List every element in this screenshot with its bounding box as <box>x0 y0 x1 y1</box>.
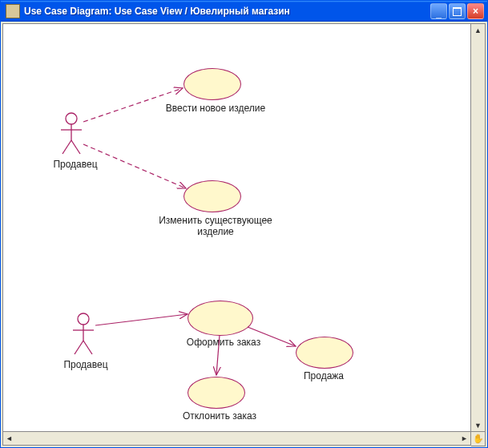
close-button[interactable]: × <box>467 3 484 19</box>
svg-point-0 <box>66 113 77 124</box>
window-buttons: _ × <box>430 3 484 19</box>
maximize-icon <box>453 7 462 16</box>
usecase-edit-item-label: Изменить существующее изделие <box>147 215 284 238</box>
titlebar[interactable]: Use Case Diagram: Use Case View / Ювелир… <box>1 1 487 22</box>
scroll-up-icon[interactable]: ▲ <box>472 24 484 36</box>
svg-line-4 <box>71 140 80 154</box>
usecase-edit-item[interactable] <box>184 180 241 212</box>
usecase-order-label: Оформить заказ <box>175 337 272 348</box>
maximize-button[interactable] <box>449 3 466 19</box>
svg-line-12 <box>95 314 188 325</box>
pan-hand-icon[interactable]: ✋ <box>471 432 486 446</box>
window-title: Use Case Diagram: Use Case View / Ювелир… <box>24 6 430 17</box>
minimize-button[interactable]: _ <box>430 3 447 19</box>
scroll-right-icon[interactable]: ► <box>458 433 470 445</box>
actor-seller-top[interactable] <box>59 112 83 156</box>
svg-line-3 <box>63 140 71 154</box>
usecase-order[interactable] <box>188 301 253 336</box>
scroll-down-icon[interactable]: ▼ <box>472 419 484 431</box>
actor-seller-bottom-label: Продавец <box>58 359 114 370</box>
actor-seller-top-label: Продавец <box>47 159 103 170</box>
actor-seller-bottom[interactable] <box>71 313 95 357</box>
app-window: Use Case Diagram: Use Case View / Ювелир… <box>0 0 488 448</box>
diagram-canvas[interactable]: Продавец Ввести новое изделие Изменить с… <box>2 23 471 432</box>
client-area: Продавец Ввести новое изделие Изменить с… <box>1 22 487 447</box>
horizontal-scrollbar[interactable]: ◄ ► <box>2 432 471 446</box>
usecase-sale-label: Продажа <box>292 370 356 381</box>
vertical-scrollbar[interactable]: ▲ ▼ <box>471 23 486 432</box>
svg-line-9 <box>83 341 92 354</box>
svg-line-8 <box>75 341 83 354</box>
usecase-new-item-label: Ввести новое изделие <box>155 103 276 114</box>
usecase-reject-label: Отклонить заказ <box>171 410 268 422</box>
usecase-new-item[interactable] <box>184 68 241 100</box>
usecase-sale[interactable] <box>296 337 353 369</box>
app-icon <box>6 4 20 18</box>
svg-point-5 <box>78 313 89 325</box>
scroll-left-icon[interactable]: ◄ <box>3 433 15 445</box>
usecase-reject[interactable] <box>188 377 245 409</box>
